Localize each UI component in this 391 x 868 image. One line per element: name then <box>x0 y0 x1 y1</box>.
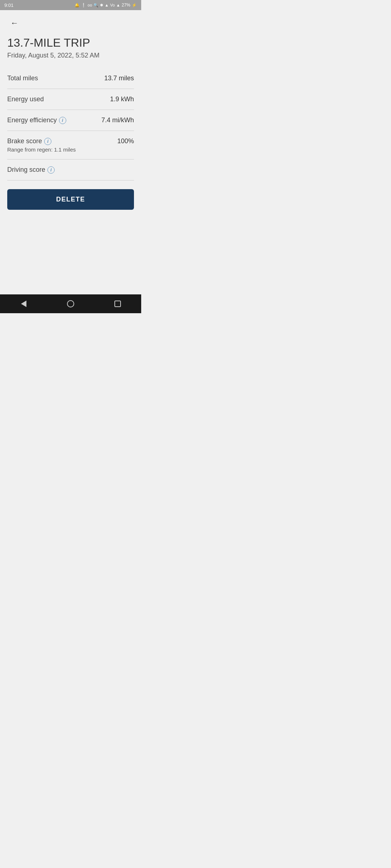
total-miles-label: Total miles <box>7 75 38 82</box>
nav-back-triangle-icon <box>21 301 26 307</box>
nav-home-button[interactable] <box>63 296 79 312</box>
stat-row-energy-efficiency: Energy efficiency i 7.4 mi/kWh <box>7 110 134 131</box>
stat-row-brake-score: Brake score i Range from regen: 1.1 mile… <box>7 131 134 159</box>
bluetooth-icon: ✱ <box>100 3 103 8</box>
nav-recent-button[interactable] <box>110 296 126 312</box>
stat-label-container-energy-used: Energy used <box>7 95 44 103</box>
stat-label-container-energy-efficiency: Energy efficiency i <box>7 116 66 124</box>
vowifi-icon: Vo <box>110 3 115 7</box>
total-miles-value: 13.7 miles <box>104 75 134 82</box>
stat-row-total-miles: Total miles 13.7 miles <box>7 68 134 89</box>
nav-recent-square-icon <box>114 301 121 307</box>
brake-score-value: 100% <box>117 137 134 145</box>
delete-section: DELETE <box>7 180 134 210</box>
energy-efficiency-value: 7.4 mi/kWh <box>101 116 134 124</box>
brake-score-info-icon[interactable]: i <box>44 138 51 145</box>
nav-home-circle-icon <box>67 300 74 307</box>
status-time: 9:01 <box>4 3 13 8</box>
voicemail-icon: oo <box>88 3 92 7</box>
signal-icon: ▲ <box>116 3 120 7</box>
status-icons: 🔔 ❕ oo 🔍 ✱ ▲ Vo ▲ 27% ⚡ <box>75 3 137 8</box>
stat-label-container-brake-score: Brake score i Range from regen: 1.1 mile… <box>7 137 76 153</box>
energy-used-value: 1.9 kWh <box>110 95 134 103</box>
charging-icon: ⚡ <box>132 3 137 8</box>
nav-bar <box>0 294 141 313</box>
battery-indicator: 27% <box>122 3 130 8</box>
back-button[interactable]: ← <box>7 16 22 30</box>
nav-back-button[interactable] <box>16 296 31 312</box>
brake-score-label: Brake score i <box>7 137 76 145</box>
wifi-icon: ▲ <box>105 3 109 7</box>
trip-title: 13.7-MILE TRIP <box>7 36 134 50</box>
energy-used-label: Energy used <box>7 95 44 103</box>
stat-label-container-total-miles: Total miles <box>7 75 38 82</box>
delete-button[interactable]: DELETE <box>7 189 134 210</box>
stat-row-energy-used: Energy used 1.9 kWh <box>7 89 134 110</box>
energy-efficiency-info-icon[interactable]: i <box>59 117 66 124</box>
search-icon: 🔍 <box>93 3 98 8</box>
driving-score-label: Driving score i <box>7 166 55 174</box>
driving-score-info-icon[interactable]: i <box>47 166 55 174</box>
stat-label-container-driving-score: Driving score i <box>7 166 55 174</box>
energy-efficiency-label: Energy efficiency i <box>7 116 66 124</box>
stat-row-driving-score: Driving score i <box>7 159 134 180</box>
notification-icon: 🔔 <box>75 3 80 8</box>
status-bar: 9:01 🔔 ❕ oo 🔍 ✱ ▲ Vo ▲ 27% ⚡ <box>0 0 141 10</box>
trip-date: Friday, August 5, 2022, 5:52 AM <box>7 52 134 59</box>
back-arrow-icon: ← <box>10 18 18 28</box>
alert-icon: ❕ <box>81 3 86 8</box>
brake-score-sub-label: Range from regen: 1.1 miles <box>7 146 76 153</box>
main-content: ← 13.7-MILE TRIP Friday, August 5, 2022,… <box>0 10 141 216</box>
